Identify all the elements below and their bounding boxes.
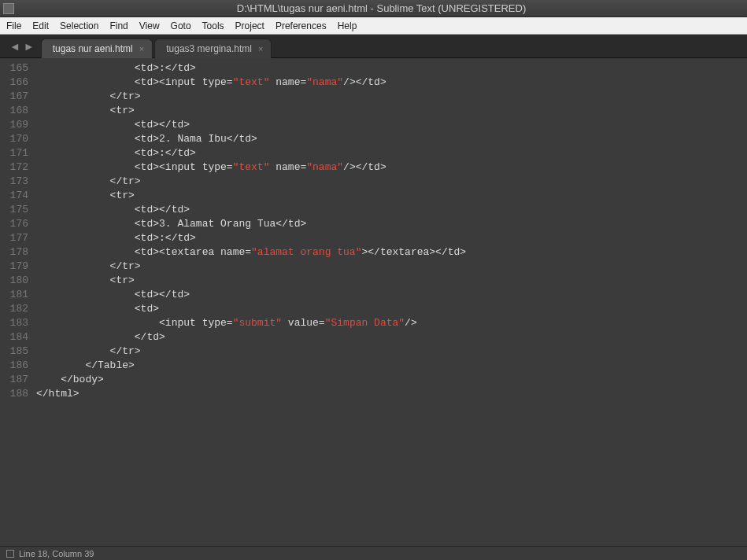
code-line[interactable]: </tr> <box>36 175 747 189</box>
status-checkbox-icon[interactable] <box>6 550 14 558</box>
tab-label: tugas nur aeni.html <box>53 43 133 54</box>
menu-selection[interactable]: Selection <box>60 20 98 31</box>
line-number: 188 <box>0 387 28 401</box>
menubar: File Edit Selection Find View Goto Tools… <box>0 17 747 35</box>
code-line[interactable]: <td> <box>36 302 747 316</box>
menu-view[interactable]: View <box>139 20 160 31</box>
app-icon <box>3 3 14 14</box>
menu-find[interactable]: Find <box>109 20 128 31</box>
line-number: 168 <box>0 104 28 118</box>
titlebar: D:\HTML\tugas nur aeni.html - Sublime Te… <box>0 0 747 17</box>
tab-label: tugas3 mergina.html <box>166 43 252 54</box>
code-line[interactable]: <td>:</td> <box>36 231 747 245</box>
code-line[interactable]: </tr> <box>36 90 747 104</box>
line-number: 187 <box>0 373 28 387</box>
code-line[interactable]: </body> <box>36 373 747 387</box>
line-number: 178 <box>0 245 28 260</box>
line-number: 182 <box>0 302 28 316</box>
close-icon[interactable]: × <box>258 44 263 53</box>
menu-file[interactable]: File <box>6 20 21 31</box>
line-number: 179 <box>0 260 28 274</box>
line-number: 165 <box>0 61 28 76</box>
line-number: 172 <box>0 160 28 175</box>
line-number: 186 <box>0 359 28 373</box>
code-line[interactable]: <td></td> <box>36 288 747 302</box>
code-line[interactable]: <td>3. Alamat Orang Tua</td> <box>36 217 747 231</box>
tab-prev-icon[interactable]: ◄ <box>9 40 20 53</box>
code-line[interactable]: </html> <box>36 387 747 401</box>
code-line[interactable]: <tr> <box>36 189 747 203</box>
line-number: 177 <box>0 231 28 245</box>
line-number-gutter: 1651661671681691701711721731741751761771… <box>0 58 36 546</box>
editor-area[interactable]: 1651661671681691701711721731741751761771… <box>0 58 747 546</box>
menu-preferences[interactable]: Preferences <box>276 20 327 31</box>
code-line[interactable]: <td>:</td> <box>36 146 747 160</box>
code-line[interactable]: <tr> <box>36 274 747 288</box>
line-number: 175 <box>0 203 28 217</box>
status-text: Line 18, Column 39 <box>19 549 94 558</box>
code-line[interactable]: </Table> <box>36 359 747 373</box>
tab-nav-arrows: ◄ ► <box>3 35 41 57</box>
code-line[interactable]: <tr> <box>36 104 747 118</box>
line-number: 180 <box>0 274 28 288</box>
menu-tools[interactable]: Tools <box>202 20 224 31</box>
tab-file-1[interactable]: tugas nur aeni.html × <box>41 39 153 58</box>
code-line[interactable]: <td>2. Nama Ibu</td> <box>36 132 747 146</box>
code-line[interactable]: <td><textarea name="alamat orang tua"></… <box>36 245 747 260</box>
line-number: 171 <box>0 146 28 160</box>
statusbar: Line 18, Column 39 <box>0 546 747 560</box>
code-content[interactable]: <td>:</td> <td><input type="text" name="… <box>36 58 747 546</box>
code-line[interactable]: <td>:</td> <box>36 61 747 76</box>
line-number: 185 <box>0 344 28 359</box>
code-line[interactable]: <td></td> <box>36 118 747 132</box>
tabstrip: ◄ ► tugas nur aeni.html × tugas3 mergina… <box>0 35 747 58</box>
line-number: 166 <box>0 76 28 90</box>
line-number: 170 <box>0 132 28 146</box>
menu-edit[interactable]: Edit <box>32 20 49 31</box>
code-line[interactable]: </td> <box>36 330 747 344</box>
close-icon[interactable]: × <box>139 44 144 53</box>
tab-next-icon[interactable]: ► <box>24 40 35 53</box>
line-number: 169 <box>0 118 28 132</box>
code-line[interactable]: <td><input type="text" name="nama"/></td… <box>36 76 747 90</box>
line-number: 183 <box>0 316 28 330</box>
code-line[interactable]: </tr> <box>36 260 747 274</box>
line-number: 184 <box>0 330 28 344</box>
menu-goto[interactable]: Goto <box>171 20 191 31</box>
line-number: 181 <box>0 288 28 302</box>
line-number: 174 <box>0 189 28 203</box>
menu-help[interactable]: Help <box>338 20 357 31</box>
menu-project[interactable]: Project <box>235 20 264 31</box>
code-line[interactable]: <td><input type="text" name="nama"/></td… <box>36 160 747 175</box>
code-line[interactable]: </tr> <box>36 344 747 359</box>
tab-file-2[interactable]: tugas3 mergina.html × <box>154 39 272 58</box>
code-line[interactable]: <td></td> <box>36 203 747 217</box>
code-line[interactable]: <input type="submit" value="Simpan Data"… <box>36 316 747 330</box>
window-title: D:\HTML\tugas nur aeni.html - Sublime Te… <box>19 2 744 14</box>
line-number: 173 <box>0 175 28 189</box>
line-number: 167 <box>0 90 28 104</box>
line-number: 176 <box>0 217 28 231</box>
